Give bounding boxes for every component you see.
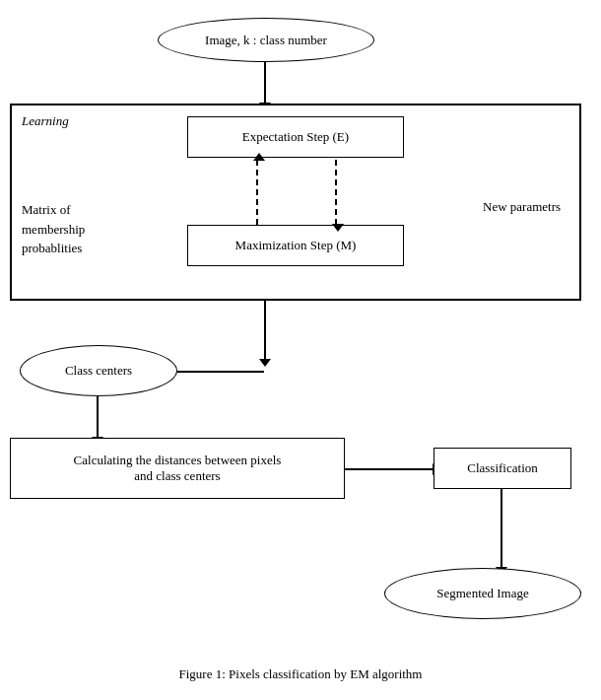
expectation-label: Expectation Step (E) [242,129,349,145]
figure-caption: Figure 1: Pixels classification by EM al… [0,666,601,682]
input-ellipse: Image, k : class number [158,18,374,62]
arrow-learning-to-class [264,301,266,360]
arrow-calc-to-classif [345,468,434,470]
calc-line2: and class centers [74,468,282,484]
maximization-label: Maximization Step (M) [235,238,357,253]
matrix-label: Matrix of membership probablities [22,200,85,258]
arrow-input-to-learning [264,62,266,104]
classification-box: Classification [434,448,571,489]
segmented-image-ellipse: Segmented Image [384,568,581,619]
expectation-box: Expectation Step (E) [187,116,404,158]
dashed-arrow-down [335,160,337,225]
calculating-text: Calculating the distances between pixels… [74,453,282,484]
calc-line1: Calculating the distances between pixels [74,453,282,468]
maximization-box: Maximization Step (M) [187,225,404,266]
matrix-line2: membership [22,220,85,240]
class-centers-ellipse: Class centers [20,345,177,396]
matrix-line3: probablities [22,239,85,258]
segmented-image-label: Segmented Image [436,586,529,601]
classification-label: Classification [467,460,538,476]
arrow-classif-to-seg [501,489,502,568]
arrow-class-to-calc [97,396,99,438]
matrix-line1: Matrix of [22,200,85,220]
input-label: Image, k : class number [205,33,327,48]
new-params-label: New parametrs [483,197,561,217]
learning-label: Learning [22,113,69,129]
diagram: Image, k : class number Learning Matrix … [0,0,601,700]
class-centers-label: Class centers [65,363,132,379]
calculating-box: Calculating the distances between pixels… [10,438,345,499]
dashed-arrow-up [256,160,258,225]
